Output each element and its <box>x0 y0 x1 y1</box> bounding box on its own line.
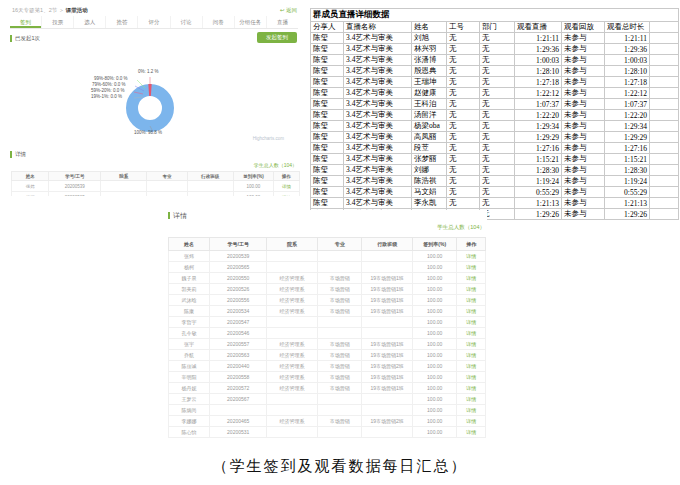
live-table-row: 陈玺3.4艺术与审美陈浩祺无无1:19:24未参与1:19:24 <box>311 176 679 187</box>
student-row: 武沐晗20200556经济管理系市场营销19市场营销1班100.00详情 <box>169 295 486 306</box>
detail-link[interactable]: 详情 <box>466 385 476 391</box>
live-table-title: 群成员直播详细数据 <box>311 9 679 22</box>
student-row: 李娜娜20200465经济管理系市场营销19市场营销2班100.00详情 <box>169 416 486 427</box>
detail-link[interactable]: 详情 <box>466 352 476 358</box>
detail-link[interactable]: 详情 <box>466 396 476 402</box>
detail-link[interactable]: 详情 <box>466 275 476 281</box>
live-table-row: 陈玺3.4艺术与审美汤留洋无无1:22:20未参与1:22:20 <box>311 110 679 121</box>
tab-3[interactable]: 选人 <box>73 16 105 28</box>
live-table-row: 陈玺3.4艺术与审美杨梁oba无无1:29:34未参与1:29:34 <box>311 121 679 132</box>
back-label: 返回 <box>286 7 297 13</box>
detail-link[interactable]: 详情 <box>466 330 476 336</box>
figure-caption: （学生签到及观看数据每日汇总） <box>0 457 680 476</box>
live-table-row: 陈玺3.4艺术与审美王瑞坤无无1:27:18未参与1:27:18 <box>311 77 679 88</box>
detail-link[interactable]: 详情 <box>466 286 476 292</box>
launch-signin-button[interactable]: 发起签到 <box>257 32 297 43</box>
signin-col-header: 姓名 <box>169 238 210 251</box>
detail-link[interactable]: 详情 <box>466 319 476 325</box>
chart-label-0pct: 0%: 1.2 % <box>138 69 159 74</box>
student-row: 李哲宇20200547100.00详情 <box>169 317 486 328</box>
signin-col-header: 行政班级 <box>362 238 413 251</box>
live-col-header: 分享人 <box>311 22 344 33</box>
tab-9[interactable]: 直播 <box>266 16 298 28</box>
detail-link[interactable]: 详情 <box>466 264 476 270</box>
initiated-count-label: 已发起1次 <box>10 35 40 42</box>
class-activity-panel: 16天专题第1、2节 ＞ 课堂活动 ↩ 返回 签到投票选人抢答评分讨论问卷分组任… <box>8 5 300 196</box>
signin-col-header: 专业 <box>147 172 187 181</box>
signin-col-header: 院系 <box>267 238 318 251</box>
live-table-body: 陈玺3.4艺术与审美刘旭无无1:21:11未参与1:21:11陈玺3.4艺术与审… <box>311 33 679 220</box>
live-table-row: 陈玺3.4艺术与审美王科洎无无1:07:37未参与1:07:37 <box>311 99 679 110</box>
live-table-row: 陈玺3.4艺术与审美高凤丽无无1:29:29未参与1:29:29 <box>311 132 679 143</box>
signin-col-header: 专业 <box>317 238 361 251</box>
detail-link[interactable]: 详情 <box>282 195 291 197</box>
live-col-header: 直播名称 <box>344 22 412 33</box>
detail-link[interactable]: 详情 <box>466 374 476 380</box>
student-row: 辛明阳20200558经济管理系市场营销19市场营销1班100.00详情 <box>169 372 486 383</box>
student-row: 张炜20200539100.00详情 <box>169 251 486 262</box>
live-table-row: 陈玺3.4艺术与审美刘旭无无1:21:11未参与1:21:11 <box>311 33 679 44</box>
signin-detail-panel: 详情 学生总人数（104） 姓名学号/工号院系专业行政班级签到率(%)操作 张炜… <box>165 210 487 452</box>
breadcrumb-chapter[interactable]: 16天专题第1、2节 <box>12 7 57 13</box>
signin-col-header: 学号/工号 <box>210 238 267 251</box>
detail-total-students: 学生总人数（104） <box>437 224 485 231</box>
back-arrow-icon: ↩ <box>280 7 285 13</box>
live-col-header: 观看总时长 <box>605 22 650 33</box>
signin-col-header: 姓名 <box>12 172 49 181</box>
detail-link[interactable]: 详情 <box>466 341 476 347</box>
student-row: 乔航20200563经济管理系市场营销19市场营销1班100.00详情 <box>169 350 486 361</box>
live-table-row: 陈玺3.4艺术与审美马文娟无无0:55:29未参与0:55:29 <box>311 187 679 198</box>
tab-5[interactable]: 评分 <box>137 16 169 28</box>
chart-label-99-80: 99%-80%: 0.0 % <box>94 76 128 81</box>
detail-section-label: 详情 <box>168 212 187 219</box>
breadcrumb-current: 课堂活动 <box>66 7 88 13</box>
detail-signin-table: 姓名学号/工号院系专业行政班级签到率(%)操作 张炜20200539100.00… <box>168 237 486 438</box>
student-row: 杨柯20200565100.00详情 <box>169 262 486 273</box>
mini-signin-table: 姓名学号/工号院系专业行政班级签到率(%)操作 张炜20200539100.00… <box>11 171 300 196</box>
student-row: 陈炳尚100.00详情 <box>169 405 486 416</box>
tab-2[interactable]: 投票 <box>41 16 73 28</box>
chart-label-100pct: 100%: 98.8 % <box>134 130 162 135</box>
detail-link[interactable]: 详情 <box>282 184 291 189</box>
live-col-header: 姓名 <box>412 22 447 33</box>
back-button[interactable]: ↩ 返回 <box>280 7 297 14</box>
signin-col-header: 行政班级 <box>187 172 233 181</box>
tab-1[interactable]: 签到 <box>10 16 41 28</box>
tab-8[interactable]: 分组任务 <box>234 16 266 28</box>
signin-col-header: 签到率(%) <box>413 238 457 251</box>
live-col-header: 部门 <box>480 22 515 33</box>
detail-link[interactable]: 详情 <box>466 407 476 413</box>
highcharts-credit[interactable]: Highcharts.com <box>253 136 284 141</box>
detail-link[interactable]: 详情 <box>466 363 476 369</box>
detail-link[interactable]: 详情 <box>466 429 476 435</box>
mini-total-students: 学生总人数（104） <box>254 162 297 168</box>
watch-percentage-donut-chart: 0%: 1.2 % 99%-80%: 0.0 % 79%-60%: 0.0 % … <box>8 55 300 147</box>
student-row: 陈佳诚20200440经济管理系市场营销19市场营销2班100.00详情 <box>169 361 486 372</box>
mini-table-header-row: 姓名学号/工号院系专业行政班级签到率(%)操作 <box>12 172 300 181</box>
signin-col-header: 院系 <box>101 172 147 181</box>
detail-link[interactable]: 详情 <box>466 253 476 259</box>
live-table-title-row: 群成员直播详细数据 <box>311 9 679 22</box>
tab-6[interactable]: 讨论 <box>170 16 202 28</box>
tab-4[interactable]: 抢答 <box>105 16 137 28</box>
detail-link[interactable]: 详情 <box>466 308 476 314</box>
student-row: 王梦云20200567100.00详情 <box>169 394 486 405</box>
signin-col-header: 签到率(%) <box>233 172 273 181</box>
live-table-row: 陈玺3.4艺术与审美张潘博无无1:00:03未参与1:00:03 <box>311 55 679 66</box>
live-table-row: 陈玺3.4艺术与审美张梦丽无无1:15:21未参与1:15:21 <box>311 154 679 165</box>
signin-col-header: 学号/工号 <box>49 172 101 181</box>
student-row: 孔令敏20200546100.00详情 <box>169 328 486 339</box>
student-row: 魏子晨20200550经济管理系市场营销19市场营销1班100.00详情 <box>169 273 486 284</box>
live-col-header: 观看直播 <box>515 22 562 33</box>
student-row: 杨丹妮20200572经济管理系市场营销19市场营销1班100.00详情 <box>169 383 486 394</box>
live-table-row: 陈玺3.4艺术与审美林兴羽无无1:29:36未参与1:29:36 <box>311 44 679 55</box>
tab-7[interactable]: 问卷 <box>202 16 234 28</box>
live-col-header: 工号 <box>447 22 480 33</box>
student-row: 杨柯20200565100.00详情 <box>12 192 300 197</box>
student-row: 陈康20200534经济管理系市场营销19市场营销1班100.00详情 <box>169 306 486 317</box>
detail-link[interactable]: 详情 <box>466 297 476 303</box>
breadcrumb: 16天专题第1、2节 ＞ 课堂活动 <box>12 7 88 14</box>
live-data-table: 群成员直播详细数据 分享人直播名称姓名工号部门观看直播观看回放观看总时长 陈玺3… <box>310 8 679 220</box>
detail-link[interactable]: 详情 <box>466 418 476 424</box>
mini-table-body: 张炜20200539100.00详情杨柯20200565100.00详情 <box>12 181 300 197</box>
